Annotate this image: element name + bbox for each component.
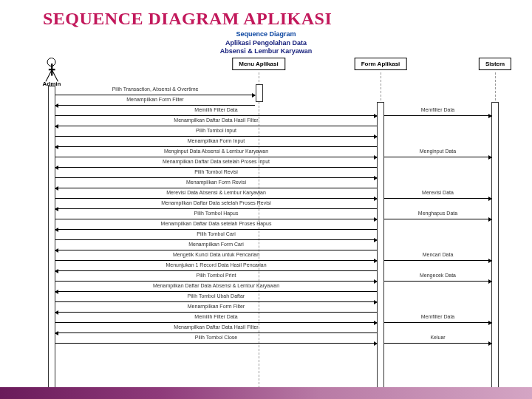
message-label: Mengecek Data — [384, 273, 491, 278]
lifeline-head-sistem: Sistem — [479, 58, 511, 70]
message-0: Pilih Transaction, Absensi & Overtime — [55, 87, 255, 98]
message-1: Menampilkan Form Filter — [55, 98, 255, 108]
message-13: Menampilkan Daftar Data setelah Proses H… — [55, 222, 377, 232]
message-3: Menampilkan Daftar Data Hasil Filter — [55, 118, 377, 129]
message-6-r: Menginput Data — [384, 149, 491, 160]
message-10-r: Merevisi Data — [384, 191, 491, 201]
message-23: Menampilkan Daftar Data Hasil Filter — [55, 325, 377, 335]
message-label: Menampilkan Form Filter — [55, 97, 255, 102]
lifeline-head-form: Form Aplikasi — [355, 58, 407, 70]
actor-icon: ╋╱╲Admin — [43, 58, 61, 87]
message-24: Pilih Tombol Close — [55, 335, 377, 346]
message-17: Menunjukan 1 Record Data Hasil Pencarian — [55, 263, 377, 273]
message-label: Pilih Tombol Revisi — [55, 169, 377, 174]
message-16-r: Mencari Data — [384, 253, 491, 263]
message-label: Memilih Filter Data — [55, 314, 377, 319]
message-label: Pilih Transaction, Absensi & Overtime — [55, 86, 255, 92]
message-2-r: Memfilter Data — [384, 108, 491, 118]
message-22: Memilih Filter Data — [55, 315, 377, 325]
message-label: Memfilter Data — [384, 314, 491, 319]
message-label: Menampilkan Form Cari — [55, 242, 377, 247]
message-label: Menampilkan Daftar Data setelah Proses R… — [55, 200, 377, 205]
message-label: Mengetik Kunci Data untuk Pencarian — [55, 252, 377, 257]
message-label: Menampilkan Daftar Data Hasil Filter — [55, 117, 377, 123]
diagram-subtitle: Sequence Diagram Aplikasi Pengolahan Dat… — [0, 30, 532, 56]
message-5: Menampilkan Form Input — [55, 139, 377, 149]
message-20: Pilih Tombol Ubah Daftar — [55, 294, 377, 304]
message-label: Keluar — [384, 335, 491, 340]
message-18-r: Mengecek Data — [384, 273, 491, 284]
message-2: Memilih Filter Data — [55, 108, 377, 118]
message-11: Menampilkan Daftar Data setelah Proses R… — [55, 201, 377, 211]
message-15: Menampilkan Form Cari — [55, 242, 377, 253]
message-label: Menginput Data Absensi & Lembur Karyawan — [55, 149, 377, 154]
message-14: Pilih Tombol Cari — [55, 232, 377, 242]
message-label: Merevisi Data — [384, 190, 491, 195]
lifeline-head-menu: Menu Aplikasi — [232, 58, 285, 70]
message-label: Pilih Tombol Hapus — [55, 211, 377, 216]
message-label: Menampilkan Form Input — [55, 138, 377, 143]
message-label: Menampilkan Daftar Data setelah Proses H… — [55, 221, 377, 226]
message-label: Memilih Filter Data — [55, 107, 377, 112]
message-label: Menginput Data — [384, 149, 491, 154]
activation-menu — [256, 84, 263, 102]
slide-footer-gradient — [0, 387, 532, 399]
message-16: Mengetik Kunci Data untuk Pencarian — [55, 253, 377, 263]
subtitle-line1: Sequence Diagram — [0, 30, 532, 39]
message-label: Merevisi Data Absensi & Lembur Karyawan — [55, 190, 377, 195]
message-10: Merevisi Data Absensi & Lembur Karyawan — [55, 191, 377, 201]
message-22-r: Memfilter Data — [384, 315, 491, 325]
message-label: Pilih Tombol Input — [55, 128, 377, 133]
message-12: Pilih Tombol Hapus — [55, 211, 377, 222]
message-7: Menampilkan Daftar Data setelah Proses I… — [55, 160, 377, 170]
message-label: Menghapus Data — [384, 211, 491, 216]
subtitle-line3: Absensi & Lembur Karyawan — [0, 47, 532, 56]
message-label: Pilih Tombol Close — [55, 335, 377, 340]
slide-title: SEQUENCE DIAGRAM APLIKASI — [0, 0, 532, 29]
message-label: Menampilkan Daftar Data setelah Proses I… — [55, 159, 377, 164]
message-label: Menunjukan 1 Record Data Hasil Pencarian — [55, 262, 377, 267]
message-label: Menampilkan Daftar Data Absensi & Lembur… — [55, 283, 377, 288]
message-label: Pilih Tombol Ubah Daftar — [55, 293, 377, 299]
message-label: Menampilkan Form Filter — [55, 304, 377, 309]
message-label: Pilih Tombol Print — [55, 273, 377, 278]
message-18: Pilih Tombol Print — [55, 273, 377, 284]
message-6: Menginput Data Absensi & Lembur Karyawan — [55, 149, 377, 160]
message-label: Menampilkan Daftar Data Hasil Filter — [55, 324, 377, 330]
sequence-diagram: ╋╱╲AdminMenu AplikasiForm AplikasiSistem… — [30, 58, 517, 392]
message-21: Menampilkan Form Filter — [55, 304, 377, 315]
message-24-r: Keluar — [384, 335, 491, 346]
message-12-r: Menghapus Data — [384, 211, 491, 222]
message-9: Menampilkan Form Revisi — [55, 180, 377, 191]
message-4: Pilih Tombol Input — [55, 129, 377, 139]
message-label: Memfilter Data — [384, 107, 491, 112]
message-8: Pilih Tombol Revisi — [55, 170, 377, 180]
message-19: Menampilkan Daftar Data Absensi & Lembur… — [55, 284, 377, 294]
message-label: Pilih Tombol Cari — [55, 231, 377, 236]
subtitle-line2: Aplikasi Pengolahan Data — [0, 39, 532, 48]
message-label: Menampilkan Form Revisi — [55, 180, 377, 185]
message-label: Mencari Data — [384, 252, 491, 257]
